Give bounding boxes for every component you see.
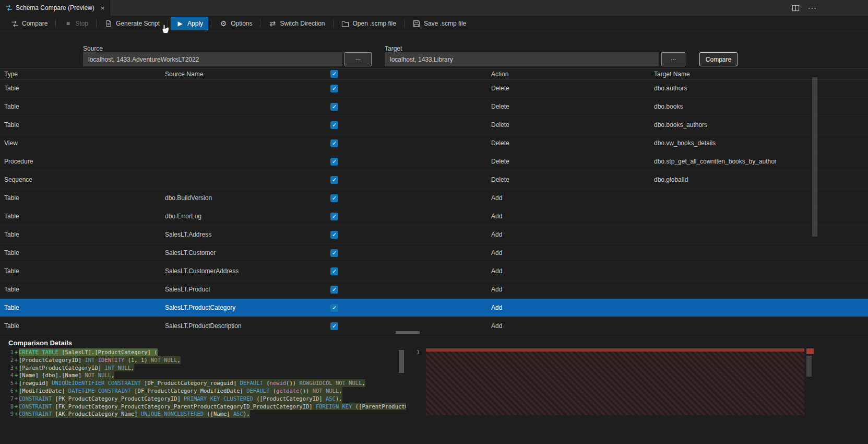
diff-line: 8+CONSTRAINT [FK_ProductCategory_Product…	[0, 403, 406, 411]
stop-label: Stop	[75, 20, 88, 27]
row-action: Add	[491, 189, 502, 207]
options-button[interactable]: ⚙ Options	[214, 17, 257, 30]
row-type: Procedure	[4, 153, 33, 170]
row-type: Table	[4, 116, 19, 134]
source-browse-button[interactable]: ...	[344, 52, 372, 66]
row-include-checkbox[interactable]: ✓	[330, 322, 338, 330]
row-action: Add	[491, 244, 502, 262]
compare-button[interactable]: Compare	[5, 17, 53, 30]
row-type: Table	[4, 281, 19, 298]
apply-button[interactable]: ▶ Apply	[171, 17, 208, 30]
row-source-name: SalesLT.CustomerAddress	[165, 262, 239, 280]
column-action[interactable]: Action	[491, 71, 508, 78]
folder-open-icon	[341, 19, 350, 28]
target-input[interactable]: localhost, 1433.Library	[385, 52, 659, 66]
table-row[interactable]: Procedure✓Deletedbo.stp_get_all_cowritte…	[0, 153, 868, 171]
grid-vertical-scrollbar[interactable]	[812, 70, 817, 334]
source-input[interactable]: localhost, 1433.AdventureWorksLT2022	[83, 52, 342, 66]
row-action: Delete	[491, 98, 509, 115]
row-include-checkbox[interactable]: ✓	[330, 231, 338, 239]
row-type: Table	[4, 189, 19, 207]
table-row[interactable]: TableSalesLT.ProductDescription✓Add	[0, 317, 868, 335]
row-action: Add	[491, 299, 502, 317]
column-target-name[interactable]: Target Name	[654, 71, 690, 78]
table-row[interactable]: Tabledbo.ErrorLog✓Add	[0, 207, 868, 226]
diff-source-pane[interactable]: 1+CREATE TABLE [SalesLT].[ProductCategor…	[0, 348, 406, 444]
target-browse-button[interactable]: ...	[661, 52, 685, 66]
comparison-details-title: Comparison Details	[8, 339, 72, 347]
table-row[interactable]: Table✓Deletedbo.books_authors	[0, 116, 868, 134]
diff-target-pane[interactable]: 1	[406, 348, 868, 444]
save-icon	[412, 19, 421, 28]
column-type[interactable]: Type	[4, 71, 18, 78]
more-actions-icon[interactable]: ···	[808, 4, 817, 12]
table-row[interactable]: TableSalesLT.Product✓Add	[0, 281, 868, 299]
diff-line: 3+[ParentProductCategoryID] INT NULL,	[0, 364, 406, 372]
row-action: Add	[491, 207, 502, 225]
diff-empty-region	[426, 348, 804, 415]
toolbar-separator	[404, 19, 405, 28]
table-row[interactable]: TableSalesLT.CustomerAddress✓Add	[0, 262, 868, 281]
check-icon: ✓	[332, 104, 337, 110]
tab-schema-compare[interactable]: Schema Compare (Preview) ×	[0, 0, 110, 16]
check-icon: ✓	[332, 122, 337, 128]
editor-actions: ···	[792, 0, 817, 16]
row-include-checkbox[interactable]: ✓	[330, 139, 338, 147]
row-action: Delete	[491, 153, 509, 170]
save-scmp-button[interactable]: Save .scmp file	[407, 17, 471, 30]
close-tab-icon[interactable]: ×	[101, 5, 105, 11]
table-row[interactable]: Tabledbo.BuildVersion✓Add	[0, 189, 868, 207]
grid-scrollbar-thumb[interactable]	[812, 77, 817, 237]
row-include-checkbox[interactable]: ✓	[330, 103, 338, 111]
row-include-checkbox[interactable]: ✓	[330, 267, 338, 275]
row-source-name: SalesLT.Address	[165, 226, 211, 243]
row-include-checkbox[interactable]: ✓	[330, 158, 338, 166]
row-include-checkbox[interactable]: ✓	[330, 176, 338, 184]
diff-view: 1+CREATE TABLE [SalesLT].[ProductCategor…	[0, 348, 868, 444]
switch-direction-button[interactable]: ⇄ Switch Direction	[263, 17, 330, 30]
table-row[interactable]: TableSalesLT.Customer✓Add	[0, 244, 868, 262]
row-include-checkbox[interactable]: ✓	[330, 286, 338, 294]
options-label: Options	[231, 20, 252, 27]
schema-compare-icon	[5, 4, 13, 11]
diff-right-scrollbar-thumb[interactable]	[806, 356, 812, 377]
table-row[interactable]: View✓Deletedbo.vw_books_details	[0, 134, 868, 153]
table-row[interactable]: Sequence✓Deletedbo.globalId	[0, 171, 868, 189]
generate-script-button[interactable]: Generate Script	[99, 17, 165, 30]
diff-left-code: 1+CREATE TABLE [SalesLT].[ProductCategor…	[0, 348, 406, 418]
row-include-checkbox[interactable]: ✓	[330, 213, 338, 220]
grid-horizontal-scrollbar-thumb[interactable]	[396, 331, 420, 334]
row-include-checkbox[interactable]: ✓	[330, 194, 338, 202]
toolbar-separator	[333, 19, 334, 28]
compare-action-button[interactable]: Compare	[699, 52, 738, 66]
row-target-name: dbo.globalId	[654, 171, 688, 189]
compare-icon	[10, 19, 19, 28]
row-include-checkbox[interactable]: ✓	[330, 249, 338, 257]
table-row[interactable]: TableSalesLT.Address✓Add	[0, 226, 868, 244]
column-source-name[interactable]: Source Name	[165, 71, 203, 78]
split-editor-icon[interactable]	[792, 4, 800, 12]
toolbar-separator	[211, 19, 211, 28]
table-row[interactable]: Table✓Deletedbo.authors	[0, 79, 868, 98]
diff-line: 4+[Name] [dbo].[Name] NOT NULL,	[0, 371, 406, 379]
diff-line: 1+CREATE TABLE [SalesLT].[ProductCategor…	[0, 348, 406, 356]
row-type: Table	[4, 262, 19, 280]
open-scmp-button[interactable]: Open .scmp file	[336, 17, 401, 30]
row-action: Add	[491, 317, 502, 335]
schema-compare-window: { "tab": { "title": "Schema Compare (Pre…	[0, 0, 868, 444]
switch-direction-label: Switch Direction	[280, 20, 325, 27]
row-include-checkbox[interactable]: ✓	[330, 121, 338, 129]
table-row[interactable]: Table✓Deletedbo.books	[0, 98, 868, 116]
row-source-name: dbo.ErrorLog	[165, 207, 201, 225]
table-row[interactable]: TableSalesLT.ProductCategory✓Add	[0, 299, 868, 317]
row-action: Add	[491, 226, 502, 243]
stop-icon: ■	[64, 19, 72, 28]
select-all-checkbox[interactable]: ✓	[330, 70, 338, 78]
row-source-name: SalesLT.Product	[165, 281, 210, 298]
row-include-checkbox[interactable]: ✓	[330, 304, 338, 312]
switch-direction-icon: ⇄	[268, 19, 277, 28]
diff-left-scrollbar-thumb[interactable]	[399, 350, 404, 373]
stop-button[interactable]: ■ Stop	[58, 17, 93, 30]
row-include-checkbox[interactable]: ✓	[330, 85, 338, 92]
row-target-name: dbo.books	[654, 98, 683, 115]
